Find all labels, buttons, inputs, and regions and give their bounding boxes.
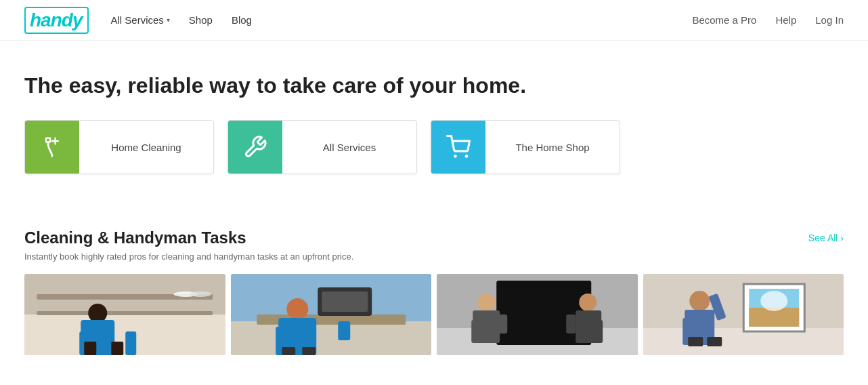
photo-3-image: [437, 274, 638, 355]
spray-icon: [40, 135, 64, 159]
svg-rect-14: [111, 342, 123, 355]
svg-point-43: [689, 291, 710, 311]
svg-point-8: [190, 291, 211, 297]
photo-1-image: [24, 274, 225, 355]
svg-point-0: [51, 140, 53, 142]
nav-blog[interactable]: Blog: [232, 14, 252, 26]
svg-point-29: [477, 293, 495, 311]
section-title: Cleaning & Handyman Tasks: [24, 228, 246, 247]
chevron-down-icon: ▾: [167, 16, 170, 24]
svg-point-1: [454, 155, 457, 158]
navbar: handy All Services ▾ Shop Blog Become a …: [0, 0, 868, 41]
svg-point-33: [579, 293, 596, 311]
nav-become-pro[interactable]: Become a Pro: [692, 14, 756, 26]
svg-rect-25: [302, 347, 316, 355]
home-cleaning-label: Home Cleaning: [79, 142, 213, 153]
svg-rect-36: [593, 320, 603, 343]
section-subtitle: Instantly book highly rated pros for cle…: [24, 251, 844, 262]
photo-card-2[interactable]: [231, 274, 432, 355]
service-card-home-cleaning[interactable]: Home Cleaning: [24, 120, 214, 174]
svg-rect-48: [707, 337, 722, 346]
nav-shop[interactable]: Shop: [189, 14, 213, 26]
photo-2-image: [231, 274, 432, 355]
svg-rect-35: [566, 315, 576, 333]
photo-card-3[interactable]: [437, 274, 638, 355]
cleaning-section: Cleaning & Handyman Tasks See All › Inst…: [0, 228, 868, 371]
svg-rect-31: [471, 320, 481, 343]
svg-rect-47: [688, 337, 703, 346]
svg-rect-6: [37, 311, 213, 315]
svg-rect-16: [231, 321, 432, 355]
svg-point-42: [760, 291, 787, 311]
photo-card-1[interactable]: [24, 274, 225, 355]
see-all-link[interactable]: See All ›: [808, 232, 844, 243]
svg-rect-19: [322, 291, 368, 312]
photo-grid: [24, 274, 844, 355]
wrench-icon: [243, 135, 267, 159]
all-services-icon-bg: [228, 120, 282, 174]
nav-help[interactable]: Help: [775, 14, 796, 26]
hero-headline: The easy, reliable way to take care of y…: [24, 73, 844, 98]
svg-point-2: [465, 155, 469, 158]
svg-rect-4: [24, 315, 225, 355]
all-services-label: All Services: [282, 142, 416, 153]
home-cleaning-icon-bg: [25, 120, 79, 174]
svg-point-9: [88, 304, 107, 323]
svg-rect-23: [338, 321, 350, 340]
service-card-home-shop[interactable]: The Home Shop: [431, 120, 620, 174]
shopping-cart-icon: [446, 135, 471, 159]
svg-rect-32: [498, 315, 507, 333]
svg-rect-13: [84, 342, 96, 355]
home-shop-label: The Home Shop: [485, 142, 620, 153]
home-shop-icon-bg: [431, 120, 485, 174]
hero-section: The easy, reliable way to take care of y…: [0, 41, 868, 228]
nav-login[interactable]: Log In: [815, 14, 844, 26]
service-card-all-services[interactable]: All Services: [227, 120, 417, 174]
svg-point-20: [286, 298, 308, 320]
section-header: Cleaning & Handyman Tasks See All ›: [24, 228, 844, 247]
photo-4-image: [643, 274, 844, 355]
logo-text: handy: [24, 7, 89, 34]
svg-rect-12: [125, 331, 136, 355]
nav-all-services[interactable]: All Services ▾: [110, 14, 169, 26]
nav-left: All Services ▾ Shop Blog: [110, 14, 692, 26]
nav-right: Become a Pro Help Log In: [692, 14, 844, 26]
photo-card-4[interactable]: [643, 274, 844, 355]
svg-rect-24: [282, 347, 295, 355]
service-cards-container: Home Cleaning All Services The Home Shop: [24, 120, 844, 174]
logo[interactable]: handy: [24, 7, 89, 34]
